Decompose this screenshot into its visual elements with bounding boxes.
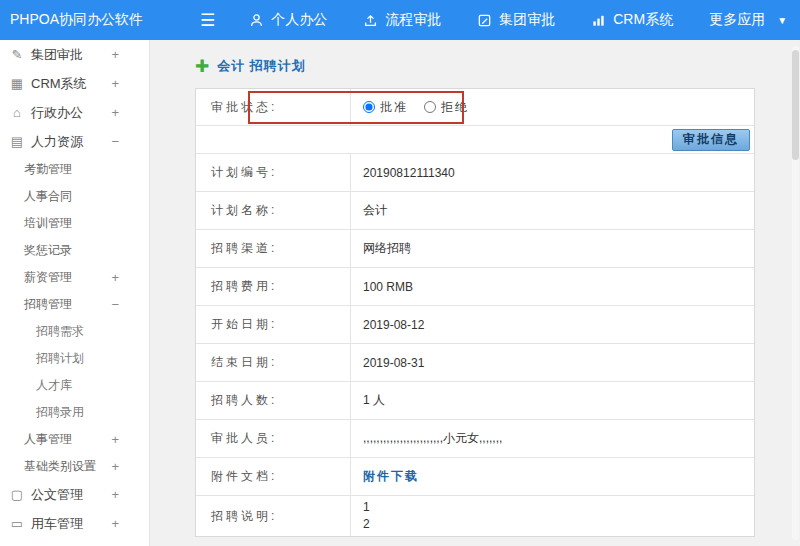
- sidebar-item[interactable]: ✎集团审批+: [0, 40, 149, 69]
- field-rows: 计划编号:20190812111340计划名称:会计招聘渠道:网络招聘招聘费用:…: [196, 154, 754, 536]
- sidebar-item-label: 行政办公: [31, 104, 83, 122]
- expand-toggle[interactable]: −: [111, 134, 119, 149]
- page-title: 会计 招聘计划: [217, 57, 306, 75]
- field-value-cell: 1 2: [351, 496, 754, 536]
- expand-toggle[interactable]: +: [111, 270, 119, 285]
- field-row: 招聘渠道:网络招聘: [196, 230, 754, 268]
- office-icon: ⌂: [10, 105, 24, 120]
- page-scrollbar[interactable]: [792, 46, 799, 540]
- expand-toggle[interactable]: +: [111, 105, 119, 120]
- nav-group-approval[interactable]: 集团审批: [477, 11, 555, 29]
- nav-personal-office[interactable]: 个人办公: [249, 11, 327, 29]
- sidebar: ✎集团审批+▦CRM系统+⌂行政办公+▤人力资源−考勤管理人事合同培训管理奖惩记…: [0, 40, 150, 546]
- sidebar-item[interactable]: ▭用车管理+: [0, 509, 149, 538]
- field-label: 招聘费用:: [196, 268, 351, 305]
- field-value-cell: ,,,,,,,,,,,,,,,,,,,,,,,,小元女,,,,,,,: [351, 420, 754, 457]
- nav-label: CRM系统: [613, 11, 673, 29]
- sidebar-item[interactable]: 招聘计划: [0, 345, 149, 372]
- sidebar-item[interactable]: 基础类别设置+: [0, 453, 149, 480]
- app-title: PHPOA协同办公软件: [0, 11, 150, 29]
- sidebar-item[interactable]: 人事合同: [0, 183, 149, 210]
- field-row: 计划名称:会计: [196, 192, 754, 230]
- field-row: 招聘费用:100 RMB: [196, 268, 754, 306]
- nav-label: 集团审批: [499, 11, 555, 29]
- field-value: 会计: [363, 202, 387, 219]
- sidebar-item-label: 招聘管理: [24, 296, 72, 313]
- field-label: 结束日期:: [196, 344, 351, 381]
- field-value-cell: 1 人: [351, 382, 754, 419]
- approval-info-button[interactable]: 审批信息: [672, 129, 750, 151]
- expand-toggle[interactable]: +: [111, 76, 119, 91]
- expand-toggle[interactable]: +: [111, 487, 119, 502]
- sidebar-item-label: 用车管理: [31, 515, 83, 533]
- field-row: 结束日期:2019-08-31: [196, 344, 754, 382]
- field-label: 审批人员:: [196, 420, 351, 457]
- reject-radio[interactable]: [424, 101, 436, 113]
- nav-workflow-approval[interactable]: 流程审批: [363, 11, 441, 29]
- radio-option-reject[interactable]: 拒绝: [424, 99, 469, 116]
- field-label: 计划名称:: [196, 192, 351, 229]
- field-value: 20190812111340: [363, 166, 455, 180]
- field-value: 网络招聘: [363, 240, 411, 257]
- sidebar-item-label: 人力资源: [31, 133, 83, 151]
- sidebar-item-label: 人事合同: [24, 188, 72, 205]
- sidebar-item[interactable]: ⌂行政办公+: [0, 98, 149, 127]
- field-label: 计划编号:: [196, 154, 351, 191]
- add-icon: ✚: [195, 58, 209, 75]
- sidebar-item[interactable]: ▤人力资源−: [0, 127, 149, 156]
- field-row: 招聘说明:1 2: [196, 496, 754, 536]
- field-value: ,,,,,,,,,,,,,,,,,,,,,,,,小元女,,,,,,,: [363, 430, 502, 447]
- expand-toggle[interactable]: +: [111, 47, 119, 62]
- recruitment-plan-form: 审批状态: 批准 拒绝 审批信息 计划编号:20190812111340计划名称…: [195, 88, 755, 537]
- nav-more-apps[interactable]: 更多应用 ▼: [709, 11, 787, 29]
- field-value: 2019-08-12: [363, 318, 424, 332]
- approve-radio[interactable]: [363, 101, 375, 113]
- sidebar-item-label: 集团审批: [31, 46, 83, 64]
- hr-icon: ▤: [10, 134, 24, 149]
- attachment-download-link[interactable]: 附件下载: [363, 468, 419, 485]
- sidebar-item[interactable]: 考勤管理: [0, 156, 149, 183]
- caret-down-icon: ▼: [777, 15, 787, 26]
- radio-label: 批准: [380, 99, 408, 116]
- sidebar-item[interactable]: ▦CRM系统+: [0, 69, 149, 98]
- person-icon: [249, 13, 264, 28]
- field-value-cell: 2019-08-31: [351, 344, 754, 381]
- approval-icon: ✎: [10, 47, 24, 62]
- field-label: 招聘渠道:: [196, 230, 351, 267]
- scrollbar-thumb[interactable]: [792, 50, 799, 160]
- chart-icon: ▦: [10, 76, 24, 91]
- sidebar-item-label: 招聘计划: [36, 350, 84, 367]
- expand-toggle[interactable]: +: [111, 459, 119, 474]
- field-value: 1 人: [363, 392, 385, 409]
- field-label: 招聘人数:: [196, 382, 351, 419]
- field-value-cell: 2019-08-12: [351, 306, 754, 343]
- sidebar-item[interactable]: 培训管理: [0, 210, 149, 237]
- hamburger-icon[interactable]: ☰: [200, 12, 215, 29]
- sidebar-item[interactable]: 奖惩记录: [0, 237, 149, 264]
- sidebar-item-label: 招聘录用: [36, 404, 84, 421]
- sidebar-item[interactable]: 人事管理+: [0, 426, 149, 453]
- top-bar: PHPOA协同办公软件 ☰ 个人办公 流程审批 集团审批 CRM系统: [0, 0, 800, 40]
- field-label: 附件文档:: [196, 458, 351, 495]
- sidebar-item[interactable]: 招聘需求: [0, 318, 149, 345]
- field-value-cell: 会计: [351, 192, 754, 229]
- sidebar-item[interactable]: 人才库: [0, 372, 149, 399]
- sidebar-item-label: 人才库: [36, 377, 72, 394]
- radio-option-approve[interactable]: 批准: [363, 99, 408, 116]
- sidebar-item[interactable]: 招聘管理−: [0, 291, 149, 318]
- sidebar-item[interactable]: 薪资管理+: [0, 264, 149, 291]
- sidebar-item-label: 人事管理: [24, 431, 72, 448]
- field-row: 审批人员:,,,,,,,,,,,,,,,,,,,,,,,,小元女,,,,,,,: [196, 420, 754, 458]
- field-value-cell: 20190812111340: [351, 154, 754, 191]
- approval-status-row: 审批状态: 批准 拒绝: [196, 89, 754, 126]
- field-label: 开始日期:: [196, 306, 351, 343]
- expand-toggle[interactable]: +: [111, 432, 119, 447]
- nav-crm-system[interactable]: CRM系统: [591, 11, 673, 29]
- main-content: ✚ 会计 招聘计划 审批状态: 批准 拒绝 审批信息 计划编号:20190812…: [150, 40, 790, 546]
- sidebar-item[interactable]: ▢公文管理+: [0, 480, 149, 509]
- expand-toggle[interactable]: +: [111, 516, 119, 531]
- sidebar-item[interactable]: 招聘录用: [0, 399, 149, 426]
- radio-label: 拒绝: [441, 99, 469, 116]
- expand-toggle[interactable]: −: [111, 297, 119, 312]
- approval-radio-group: 批准 拒绝: [351, 89, 754, 125]
